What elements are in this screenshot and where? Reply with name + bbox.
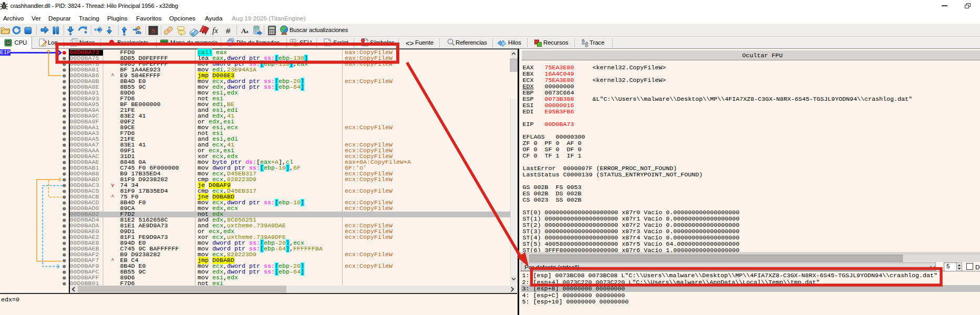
svg-text:S: S [151,27,155,35]
svg-text:#: # [226,26,231,35]
svg-text:fx: fx [212,26,218,35]
svg-text:A: A [241,26,246,34]
svg-text:z: z [246,28,249,34]
svg-text:<>: <> [406,40,414,48]
svg-text:32: 32 [6,41,11,45]
svg-text:s: s [325,41,327,45]
